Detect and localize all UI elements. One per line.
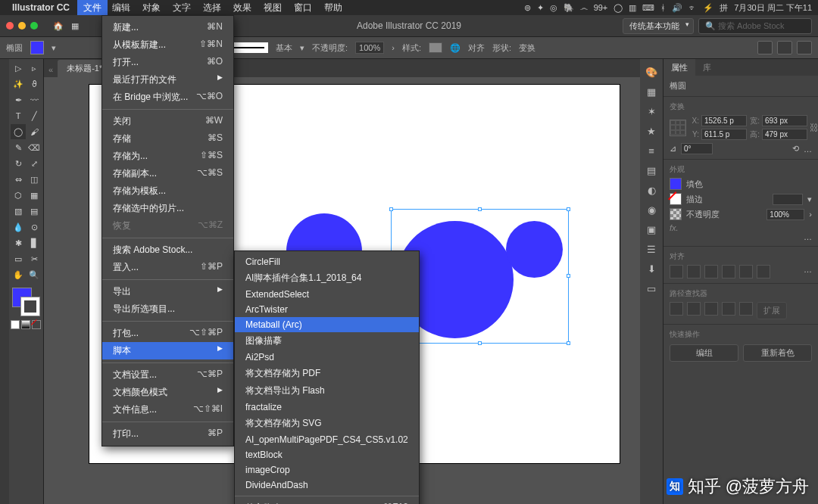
menu-item[interactable]: imageCrop	[235, 462, 419, 478]
pathfinder-minus-front-icon[interactable]	[687, 302, 701, 316]
status-icon[interactable]: ◎	[550, 3, 557, 13]
paintbrush-tool[interactable]: 🖌	[27, 124, 42, 139]
menu-item[interactable]: 将文档存储为 SVG	[235, 415, 419, 432]
menu-item[interactable]: 打包...⌥⇧⌘P	[102, 325, 233, 342]
gradient-mode-icon[interactable]	[21, 320, 30, 329]
menu-item[interactable]: 打开...⌘O	[102, 54, 233, 71]
left-expand-strip[interactable]	[0, 59, 9, 504]
more-options-icon[interactable]: …	[804, 145, 812, 154]
status-icon[interactable]: ▥	[629, 3, 636, 13]
swatches-panel-icon[interactable]: ▦	[645, 85, 658, 98]
menu-item[interactable]: 最近打开的文件	[102, 71, 233, 89]
shape-label[interactable]: 形状:	[492, 42, 511, 54]
globe-icon[interactable]: 🌐	[450, 43, 461, 53]
more-options-icon[interactable]: …	[670, 232, 812, 241]
volume-icon[interactable]: 🔊	[672, 3, 682, 13]
battery-icon[interactable]: ⚡	[703, 3, 713, 13]
menu-item[interactable]: 存储⌘S	[102, 130, 233, 148]
align-vcenter-icon[interactable]	[739, 265, 753, 278]
menu-item[interactable]: 导出所选项目...	[102, 300, 233, 318]
width-tool[interactable]: ⇔	[11, 172, 26, 187]
menu-item[interactable]: ExtendedSelect	[235, 287, 419, 302]
stroke-box[interactable]	[20, 297, 40, 316]
status-icon[interactable]: ✦	[537, 3, 544, 13]
menu-item[interactable]: 从模板新建...⇧⌘N	[102, 36, 233, 54]
menu-window[interactable]: 窗口	[288, 0, 318, 16]
menu-item[interactable]: 导出	[102, 283, 233, 300]
group-button[interactable]: 编组	[670, 344, 738, 362]
menu-item[interactable]: Metaball (Arc)	[235, 317, 419, 332]
fill-swatch[interactable]	[670, 178, 682, 190]
recolor-button[interactable]: 重新着色	[743, 344, 812, 362]
y-input[interactable]	[701, 129, 747, 140]
opacity-swatch[interactable]	[670, 208, 682, 220]
app-name[interactable]: Illustrator CC	[12, 2, 70, 13]
menu-help[interactable]: 帮助	[318, 0, 348, 16]
menu-item[interactable]: textBlock	[235, 447, 419, 462]
menu-item[interactable]: 搜索 Adobe Stock...	[102, 241, 233, 259]
fx-button[interactable]: fx.	[670, 223, 812, 232]
menu-item[interactable]: 文件信息...⌥⇧⌘I	[102, 401, 233, 418]
menu-item[interactable]: 文档设置...⌥⌘P	[102, 366, 233, 384]
menu-item[interactable]: 在 Bridge 中浏览...⌥⌘O	[102, 89, 233, 106]
clock[interactable]: 7月30日 周二 下午11	[734, 2, 812, 14]
brushes-panel-icon[interactable]: ✶	[645, 104, 658, 118]
menu-item[interactable]: 存储为...⇧⌘S	[102, 148, 233, 165]
style-swatch[interactable]	[429, 42, 442, 53]
evernote-icon[interactable]: 🐘	[564, 3, 574, 13]
arrange-icon[interactable]: ▦	[71, 21, 79, 31]
opacity-value-input[interactable]: 100%	[355, 42, 384, 54]
zoom-tool[interactable]: 🔍	[27, 267, 42, 282]
wechat-icon[interactable]: ෴	[580, 3, 588, 13]
column-graph-tool[interactable]: ▊	[27, 235, 42, 250]
mesh-tool[interactable]: ▧	[11, 204, 26, 219]
symbol-sprayer-tool[interactable]: ✱	[11, 235, 26, 250]
scale-tool[interactable]: ⤢	[27, 156, 42, 171]
workspace-switcher[interactable]: 传统基本功能	[623, 18, 694, 34]
perspective-tool[interactable]: ▦	[27, 188, 42, 203]
transform-label[interactable]: 变换	[519, 42, 535, 54]
pathfinder-intersect-icon[interactable]	[704, 302, 718, 316]
gradient-panel-icon[interactable]: ▤	[645, 163, 658, 177]
view-mode-icon[interactable]	[777, 41, 792, 54]
selection-tool[interactable]: ▷	[11, 61, 26, 76]
status-icon[interactable]: ⊚	[524, 3, 531, 13]
stroke-swatch[interactable]	[670, 193, 682, 205]
ellipse-tool[interactable]: ◯	[11, 124, 26, 139]
more-options-icon[interactable]: …	[804, 265, 812, 278]
fill-swatch[interactable]	[30, 41, 44, 54]
align-top-icon[interactable]	[722, 265, 735, 278]
magic-wand-tool[interactable]: ✨	[11, 76, 26, 92]
pathfinder-divide-icon[interactable]	[739, 302, 753, 316]
status-icon[interactable]: ◯	[614, 3, 623, 13]
pen-tool[interactable]: ✒	[11, 92, 26, 107]
menu-item[interactable]: 将文档导出为 Flash	[235, 382, 419, 400]
rotate-tool[interactable]: ↻	[11, 156, 26, 171]
menu-item[interactable]: AI_openMultiPagePDF_CS4_CS5.v1.02	[235, 432, 419, 447]
zoom-window-button[interactable]	[30, 22, 38, 30]
color-mode-icon[interactable]	[11, 320, 20, 329]
menu-item[interactable]: 新建...⌘N	[102, 19, 233, 36]
status-icon[interactable]: ⌨	[642, 3, 654, 13]
width-input[interactable]	[762, 115, 807, 126]
menu-object[interactable]: 对象	[136, 0, 167, 16]
gradient-tool[interactable]: ▤	[27, 204, 42, 219]
menu-type[interactable]: 文字	[167, 0, 197, 16]
asset-export-panel-icon[interactable]: ⬇	[645, 262, 658, 275]
artboards-panel-icon[interactable]: ▭	[645, 282, 658, 295]
graphic-styles-panel-icon[interactable]: ▣	[645, 222, 658, 236]
eraser-tool[interactable]: ⌫	[27, 140, 42, 155]
align-right-icon[interactable]	[704, 265, 718, 278]
menu-item[interactable]: 置入...⇧⌘P	[102, 259, 233, 276]
none-mode-icon[interactable]	[32, 320, 41, 329]
color-panel-icon[interactable]: 🎨	[645, 65, 658, 79]
properties-tab[interactable]: 属性	[663, 59, 695, 76]
reference-point[interactable]	[670, 120, 686, 136]
menu-edit[interactable]: 编辑	[106, 0, 136, 16]
view-mode-icon[interactable]	[757, 41, 773, 54]
slice-tool[interactable]: ✂	[27, 251, 42, 266]
transparency-panel-icon[interactable]: ◐	[645, 183, 658, 197]
layers-panel-icon[interactable]: ☰	[645, 242, 658, 256]
fill-stroke-indicator[interactable]	[11, 286, 42, 318]
menu-item[interactable]: 打印...⌘P	[102, 425, 233, 443]
